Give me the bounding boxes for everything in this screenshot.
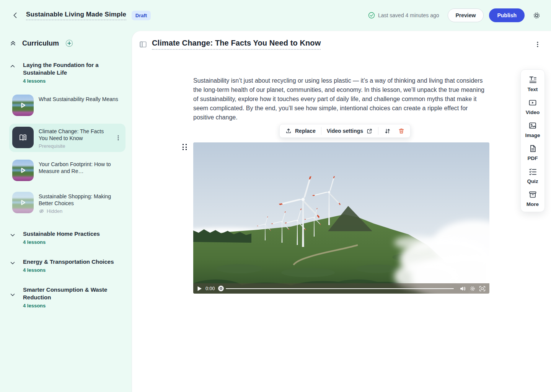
play-icon: [12, 192, 34, 213]
more-blocks-icon: [528, 190, 537, 199]
section-title: Sustainable Home Practices: [23, 230, 100, 238]
save-status-text: Last saved 4 minutes ago: [378, 12, 439, 18]
lesson-subtitle: Hidden: [47, 208, 62, 214]
curriculum-section: Laying the Foundation for a Sustainable …: [9, 61, 126, 217]
topbar: Sustainable Living Made Simple Draft Las…: [0, 0, 551, 31]
section-lesson-count: 4 lessons: [23, 78, 115, 84]
play-icon: [12, 160, 34, 181]
section-lesson-count: 4 lessons: [23, 239, 100, 245]
insert-image-button[interactable]: Image: [521, 121, 544, 138]
play-icon: [12, 95, 34, 116]
lesson-video-thumbnail: [12, 160, 34, 181]
lesson-options-kebab[interactable]: [533, 39, 542, 49]
section-header[interactable]: Laying the Foundation for a Sustainable …: [9, 61, 126, 84]
play-button[interactable]: [197, 286, 202, 291]
image-icon: [528, 121, 537, 130]
chevron-up-icon[interactable]: [9, 63, 18, 84]
insert-more-button[interactable]: More: [521, 190, 544, 207]
video-controls-bar: 0:00: [193, 283, 489, 294]
collapse-all-icon[interactable]: [9, 39, 17, 47]
chevron-down-icon[interactable]: [9, 291, 18, 309]
curriculum-section: Sustainable Home Practices 4 lessons: [9, 230, 126, 245]
text-icon: [528, 75, 537, 84]
curriculum-section: Smarter Consumption & Waste Reduction 4 …: [9, 286, 126, 309]
settings-gear-icon[interactable]: [532, 11, 541, 20]
insert-image-label: Image: [525, 132, 540, 138]
replace-button[interactable]: Replace: [284, 127, 317, 134]
lesson-video-thumbnail: [12, 192, 34, 213]
lesson-item-hidden[interactable]: Sustainable Shopping: Making Better Choi…: [9, 189, 126, 217]
layout-panel-icon[interactable]: [139, 40, 147, 49]
curriculum-title: Curriculum: [22, 39, 59, 47]
book-open-icon: [18, 132, 28, 143]
section-title: Smarter Consumption & Waste Reduction: [23, 286, 115, 301]
add-section-button[interactable]: [65, 39, 73, 47]
section-header[interactable]: Sustainable Home Practices 4 lessons: [9, 230, 126, 245]
insert-block-toolbar: Text Video Image PDF Quiz More: [520, 69, 545, 212]
lesson-title: What Sustainability Really Means: [39, 96, 122, 103]
chevron-down-icon[interactable]: [9, 232, 18, 245]
lesson-kebab-menu[interactable]: [114, 133, 122, 142]
lesson-title: Climate Change: The Facts You Need to Kn…: [39, 128, 109, 142]
insert-pdf-label: PDF: [528, 155, 538, 161]
insert-pdf-button[interactable]: PDF: [521, 144, 544, 161]
lesson-item-selected[interactable]: Climate Change: The Facts You Need to Kn…: [9, 124, 126, 152]
quiz-icon: [528, 167, 537, 176]
status-badge: Draft: [132, 11, 151, 20]
insert-text-button[interactable]: Text: [521, 75, 544, 92]
block-drag-handle[interactable]: [183, 144, 189, 152]
lesson-paragraph[interactable]: Sustainability isn’t just about recyclin…: [193, 76, 490, 122]
section-title: Laying the Foundation for a Sustainable …: [23, 61, 115, 77]
replace-label: Replace: [295, 128, 316, 134]
lesson-editor-panel: Climate Change: The Facts You Need to Kn…: [132, 31, 551, 392]
insert-text-label: Text: [528, 87, 538, 92]
video-settings-label: Video settings: [327, 128, 363, 134]
section-header[interactable]: Smarter Consumption & Waste Reduction 4 …: [9, 286, 126, 309]
external-link-icon: [366, 128, 373, 134]
chevron-left-icon: [11, 11, 19, 19]
insert-more-label: More: [527, 201, 539, 207]
section-header[interactable]: Energy & Transportation Choices 4 lesson…: [9, 258, 126, 273]
move-block-button[interactable]: [382, 127, 393, 135]
check-circle-icon: [368, 12, 375, 19]
lesson-video-thumbnail: [12, 95, 34, 116]
section-title: Energy & Transportation Choices: [23, 258, 114, 266]
video-settings-gear-icon[interactable]: [469, 286, 476, 292]
video-timestamp: 0:00: [205, 286, 215, 291]
insert-quiz-label: Quiz: [527, 178, 538, 184]
lesson-title: Your Carbon Footprint: How to Measure an…: [39, 161, 122, 175]
section-lesson-count: 4 lessons: [23, 303, 115, 309]
lesson-item[interactable]: What Sustainability Really Means: [9, 91, 126, 119]
video-settings-button[interactable]: Video settings: [325, 128, 374, 134]
video-frame-image: [193, 142, 489, 294]
video-block-toolbar: Replace Video settings: [279, 124, 411, 138]
lesson-reading-tile: [12, 127, 34, 148]
video-icon: [528, 98, 537, 107]
insert-video-label: Video: [526, 109, 540, 115]
fullscreen-icon[interactable]: [479, 286, 486, 292]
lesson-subtitle: Prerequisite: [39, 143, 109, 149]
video-player[interactable]: 0:00: [193, 142, 489, 294]
seek-bar[interactable]: [226, 288, 454, 289]
lesson-title: Sustainable Shopping: Making Better Choi…: [39, 193, 122, 207]
chevron-down-icon[interactable]: [9, 260, 18, 273]
preview-button[interactable]: Preview: [448, 8, 484, 22]
eye-off-icon: [39, 208, 44, 214]
curriculum-section: Energy & Transportation Choices 4 lesson…: [9, 258, 126, 273]
course-title[interactable]: Sustainable Living Made Simple: [26, 11, 126, 20]
pdf-icon: [528, 144, 537, 153]
lesson-heading[interactable]: Climate Change: The Facts You Need to Kn…: [152, 39, 321, 50]
seek-knob[interactable]: [218, 286, 224, 291]
back-button[interactable]: [10, 10, 21, 21]
section-lesson-count: 4 lessons: [23, 267, 114, 273]
save-status: Last saved 4 minutes ago: [368, 12, 439, 19]
insert-quiz-button[interactable]: Quiz: [521, 167, 544, 184]
sort-arrows-icon: [384, 127, 391, 135]
insert-video-button[interactable]: Video: [521, 98, 544, 115]
delete-block-button[interactable]: [396, 127, 406, 134]
lesson-item[interactable]: Your Carbon Footprint: How to Measure an…: [9, 157, 126, 184]
volume-icon[interactable]: [460, 286, 466, 292]
publish-button[interactable]: Publish: [489, 8, 525, 22]
curriculum-sidebar: Curriculum Laying the Foundation for a S…: [0, 31, 132, 392]
trash-icon: [398, 127, 405, 134]
